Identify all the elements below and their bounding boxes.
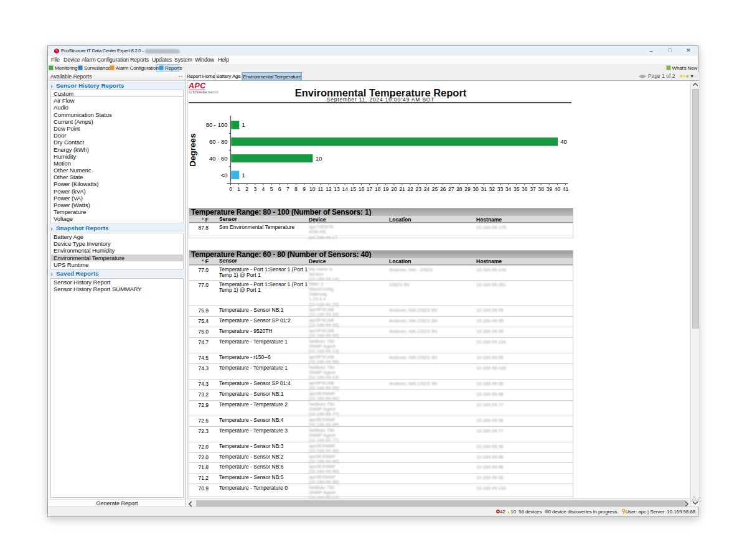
svg-text:39: 39: [546, 186, 552, 192]
svg-text:3: 3: [253, 186, 256, 192]
svg-text:60 - 80: 60 - 80: [209, 138, 228, 145]
svg-text:40: 40: [560, 138, 567, 145]
svg-text:1: 1: [242, 121, 245, 128]
svg-text:<0: <0: [221, 172, 228, 179]
svg-text:25: 25: [432, 186, 438, 192]
svg-text:38: 38: [538, 186, 544, 192]
svg-text:37: 37: [530, 186, 536, 192]
svg-text:40: 40: [555, 186, 561, 192]
svg-text:0: 0: [229, 186, 232, 192]
svg-text:26: 26: [440, 186, 446, 192]
svg-text:20: 20: [391, 186, 397, 192]
svg-text:32: 32: [489, 186, 496, 192]
svg-text:7: 7: [286, 186, 289, 192]
svg-text:27: 27: [448, 186, 454, 192]
svg-text:4: 4: [262, 186, 265, 192]
svg-text:10: 10: [309, 186, 316, 192]
svg-text:35: 35: [514, 186, 520, 192]
svg-text:29: 29: [464, 186, 471, 192]
svg-text:10: 10: [316, 155, 322, 162]
svg-text:80 - 100: 80 - 100: [206, 121, 228, 128]
svg-text:23: 23: [416, 186, 422, 192]
svg-text:11: 11: [317, 186, 323, 192]
svg-text:19: 19: [383, 186, 389, 192]
svg-text:14: 14: [342, 186, 348, 192]
svg-text:34: 34: [505, 186, 512, 192]
svg-text:1: 1: [242, 172, 245, 179]
svg-text:Degrees: Degrees: [188, 133, 197, 166]
svg-text:40 - 60: 40 - 60: [209, 155, 228, 162]
svg-text:13: 13: [334, 186, 340, 192]
svg-text:36: 36: [522, 186, 528, 192]
svg-text:9: 9: [303, 186, 306, 192]
svg-text:2: 2: [245, 186, 248, 192]
svg-text:30: 30: [472, 186, 479, 192]
svg-text:16: 16: [359, 186, 365, 192]
svg-text:33: 33: [497, 186, 504, 192]
svg-text:8: 8: [294, 186, 298, 192]
svg-text:41: 41: [563, 186, 569, 192]
svg-text:18: 18: [375, 186, 381, 192]
svg-text:1: 1: [237, 186, 240, 192]
svg-text:21: 21: [399, 186, 405, 192]
svg-text:22: 22: [407, 186, 413, 192]
svg-text:12: 12: [326, 186, 332, 192]
svg-text:17: 17: [367, 186, 373, 192]
svg-text:31: 31: [481, 186, 487, 192]
svg-text:6: 6: [278, 186, 281, 192]
svg-text:5: 5: [270, 186, 273, 192]
svg-text:15: 15: [350, 186, 357, 192]
svg-text:28: 28: [456, 186, 463, 192]
svg-text:24: 24: [424, 186, 430, 192]
